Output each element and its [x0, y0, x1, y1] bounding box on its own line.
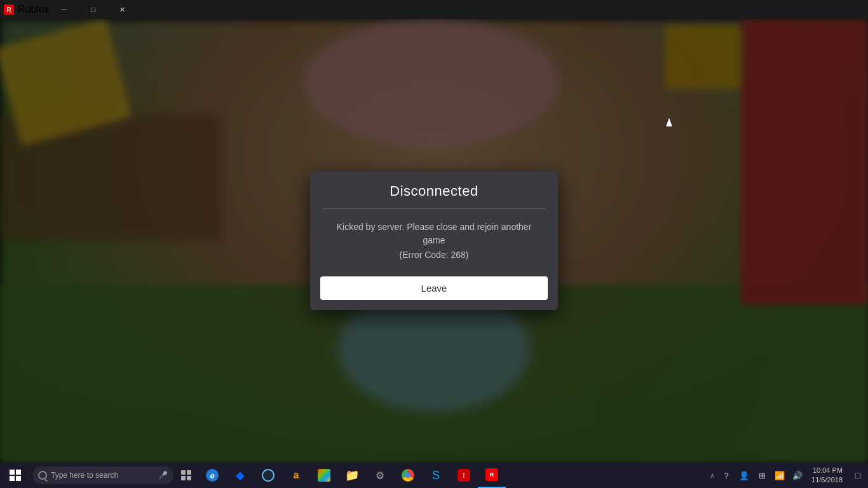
task-view-icon: [181, 470, 193, 480]
modal-backdrop: Disconnected Kicked by server. Please cl…: [0, 19, 868, 463]
edge-icon: e: [206, 469, 219, 482]
taskbar-dropbox[interactable]: ◆: [226, 463, 254, 488]
taskbar-edge[interactable]: e: [198, 463, 226, 488]
dialog-error-code: (Error Code: 268): [325, 250, 543, 260]
steam-icon: [262, 469, 275, 482]
maximize-button[interactable]: □: [79, 0, 108, 19]
titlebar: R Roblox ─ □ ✕: [0, 0, 868, 19]
ms-store-icon: [318, 469, 330, 482]
titlebar-title: Roblox: [18, 4, 50, 15]
antivirus-icon: !: [458, 469, 470, 482]
skype-icon: S: [432, 469, 440, 482]
close-button[interactable]: ✕: [108, 0, 137, 19]
dialog-message: Kicked by server. Please close and rejoi…: [325, 220, 543, 247]
disconnected-dialog: Disconnected Kicked by server. Please cl…: [310, 172, 558, 310]
search-text: Type here to search: [51, 471, 118, 480]
svg-rect-3: [187, 476, 191, 480]
tray-wifi-icon[interactable]: 📶: [771, 463, 789, 488]
amazon-icon: a: [294, 470, 299, 481]
taskbar-skype[interactable]: S: [422, 463, 450, 488]
minimize-button[interactable]: ─: [50, 0, 79, 19]
taskbar-roblox[interactable]: R: [478, 463, 506, 488]
dialog-body: Kicked by server. Please close and rejoi…: [310, 209, 558, 271]
titlebar-app-icon: R: [4, 4, 14, 15]
dialog-header: Disconnected: [310, 172, 558, 208]
taskbar-search[interactable]: Type here to search 🎤: [33, 466, 173, 484]
taskbar-explorer[interactable]: 📁: [338, 463, 366, 488]
microphone-icon: 🎤: [158, 471, 168, 480]
taskbar-apps: e ◆ a 📁 ⚙ S: [198, 463, 707, 488]
task-view-button[interactable]: [175, 463, 198, 488]
start-button[interactable]: [0, 463, 31, 488]
tray-volume-icon[interactable]: 🔊: [789, 463, 806, 488]
taskbar-chrome[interactable]: [394, 463, 422, 488]
notification-button[interactable]: □: [848, 463, 868, 488]
clock-date: 11/6/2018: [811, 475, 843, 485]
svg-rect-0: [181, 470, 186, 475]
dialog-title: Disconnected: [390, 183, 478, 199]
system-tray: ∧ ? 👤 ⊞ 📶 🔊 10:04 PM 11/6/2018 □: [707, 463, 868, 488]
roblox-icon: R: [485, 468, 498, 481]
tray-network-icon[interactable]: ⊞: [753, 463, 771, 488]
dialog-footer: Leave: [310, 271, 558, 310]
dropbox-icon: ◆: [236, 468, 245, 482]
clock-time: 10:04 PM: [811, 466, 843, 475]
taskbar: Type here to search 🎤 e ◆ a: [0, 463, 868, 488]
svg-rect-1: [187, 470, 191, 475]
taskbar-amazon[interactable]: a: [282, 463, 310, 488]
game-background: Disconnected Kicked by server. Please cl…: [0, 19, 868, 463]
tray-expand[interactable]: ∧: [707, 471, 717, 480]
chrome-icon: [402, 469, 414, 482]
leave-button[interactable]: Leave: [320, 276, 548, 300]
settings-icon: ⚙: [376, 470, 384, 482]
taskbar-settings[interactable]: ⚙: [366, 463, 394, 488]
taskbar-antivirus[interactable]: !: [450, 463, 478, 488]
windows-icon: [10, 470, 21, 481]
tray-people[interactable]: 👤: [735, 463, 753, 488]
svg-rect-2: [181, 476, 186, 480]
system-clock[interactable]: 10:04 PM 11/6/2018: [806, 466, 848, 485]
explorer-icon: 📁: [345, 468, 359, 482]
taskbar-ms-store[interactable]: [310, 463, 338, 488]
search-icon: [38, 471, 47, 480]
tray-help[interactable]: ?: [717, 463, 735, 488]
titlebar-controls: ─ □ ✕: [50, 0, 137, 19]
taskbar-steam[interactable]: [254, 463, 282, 488]
